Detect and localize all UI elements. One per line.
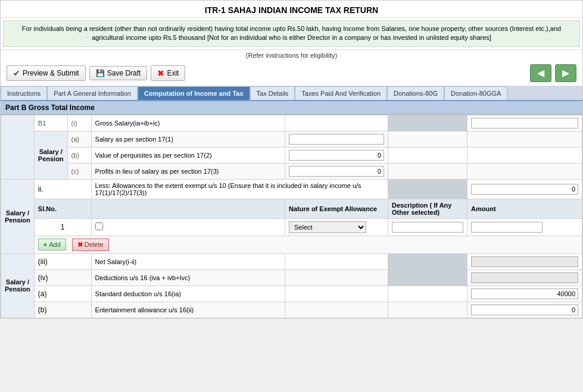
- input-perquisites[interactable]: [289, 150, 384, 161]
- cell-a-empty: [388, 131, 467, 147]
- exit-button[interactable]: ✖ Exit: [151, 65, 185, 81]
- tab-donations-80g[interactable]: Donations-80G: [387, 86, 444, 100]
- main-container: ITR-1 SAHAJ INDIAN INCOME TAX RETURN For…: [0, 0, 583, 319]
- cell-b1-shade: [388, 115, 467, 131]
- cell-c-input: [285, 163, 388, 179]
- cell-nature-header: Nature of Exempt Allowance: [285, 199, 388, 218]
- cell-a-desc: Salary as per section 17(1): [91, 131, 285, 147]
- tab-donation-80gga[interactable]: Donation-80GGA: [444, 86, 507, 100]
- cell-iv-desc: Deductions u/s 16 (iva + ivb+Ivc): [91, 269, 285, 286]
- cell-slno-header: Sl.No.: [34, 199, 91, 218]
- preview-submit-button[interactable]: ✔ Preview & Submit: [7, 65, 86, 81]
- cell-checkbox-1: [91, 218, 285, 236]
- toolbar: ✔ Preview & Submit 💾 Save Draft ✖ Exit ◀…: [1, 61, 582, 86]
- cell-salary-label-3: Salary /Pension: [1, 253, 35, 318]
- input-allowances-exempt[interactable]: [471, 184, 578, 195]
- cell-amount-input-1: [467, 218, 582, 236]
- cell-a2-empty: [285, 286, 388, 302]
- cell-a2-value: [467, 286, 582, 302]
- cell-b-empty2: [467, 147, 582, 163]
- page-title: ITR-1 SAHAJ INDIAN INCOME TAX RETURN: [1, 1, 582, 18]
- cell-b1-sub: (i): [67, 115, 91, 131]
- table-row-salary-a: Salary /Pension (a) Salary as per sectio…: [1, 131, 582, 147]
- cell-slno-1: 1: [34, 218, 91, 236]
- add-label: Add: [49, 241, 61, 248]
- preview-submit-label: Preview & Submit: [23, 69, 79, 77]
- cell-b-sub: (b): [67, 147, 91, 163]
- cell-iv-empty: [285, 269, 388, 286]
- allowance-amount-input-1[interactable]: [471, 222, 543, 233]
- save-draft-label: Save Draft: [107, 69, 141, 77]
- cell-iii-shade: [388, 253, 467, 269]
- cell-salary-label-2: Salary /Pension: [1, 179, 35, 253]
- cell-a2-desc: Standard deduction u/s 16(ia): [91, 286, 285, 302]
- tab-tax-details[interactable]: Tax Details: [250, 86, 295, 100]
- cell-iv-sub: (iv): [34, 269, 91, 286]
- tab-taxes-paid[interactable]: Taxes Paid And Verification: [295, 86, 387, 100]
- add-button[interactable]: + Add: [38, 239, 66, 250]
- input-profits-lieu[interactable]: [289, 166, 384, 177]
- cell-iii-desc: Net Salary(i-ii): [91, 253, 285, 269]
- cell-a-empty2: [467, 131, 582, 147]
- cell-b-input: [285, 147, 388, 163]
- table-row-ii: Salary /Pension ii. Less: Allowances to …: [1, 179, 582, 199]
- tab-computation[interactable]: Computation of Income and Tax: [138, 86, 250, 100]
- table-row-b1: B1 (i) Gross Salary(ia+ib+ic): [1, 115, 582, 131]
- table-row-salary-b: (b) Value of perquisites as per section …: [1, 147, 582, 163]
- input-entertainment-allowance[interactable]: [471, 305, 578, 315]
- table-row-allowance-header: Sl.No. Nature of Exempt Allowance Descri…: [1, 199, 582, 218]
- input-standard-deduction[interactable]: [471, 288, 578, 299]
- tab-part-a[interactable]: Part A General Information: [47, 86, 138, 100]
- forward-nav-button[interactable]: ▶: [555, 64, 576, 82]
- allowance-select-1[interactable]: Select: [289, 221, 366, 233]
- cell-b1-desc: Gross Salary(ia+ib+ic): [91, 115, 285, 131]
- cell-c-empty2: [467, 163, 582, 179]
- cell-checkbox-header: [91, 199, 285, 218]
- cell-iv-shade: [388, 269, 467, 286]
- cell-b2-sub: (b): [34, 302, 91, 318]
- cell-b-desc: Value of perquisites as per section 17(2…: [91, 147, 285, 163]
- cell-amount-header: Amount: [467, 199, 582, 218]
- cell-select-1: Select: [285, 218, 388, 236]
- cell-b1-mid: [285, 115, 388, 131]
- input-net-salary[interactable]: [471, 256, 578, 267]
- refer-text: (Refer instructions for eligibility): [246, 52, 337, 59]
- tab-instructions[interactable]: Instructions: [1, 86, 47, 100]
- cell-salary-label: Salary /Pension: [34, 131, 67, 179]
- cell-b2-desc: Entertainment allowance u/s 16(ii): [91, 302, 285, 318]
- cell-iii-sub: (iii): [34, 253, 91, 269]
- allowance-desc-input-1[interactable]: [392, 222, 463, 233]
- cell-iii-value: [467, 253, 582, 269]
- description-box: For individuals being a resident (other …: [3, 20, 580, 47]
- cell-b2-value: [467, 302, 582, 318]
- x-icon: ✖: [77, 241, 83, 249]
- input-salary-17-1[interactable]: [289, 134, 384, 145]
- cell-desc-input-1: [388, 218, 467, 236]
- cell-c-empty: [388, 163, 467, 179]
- table-row-iv: (iv) Deductions u/s 16 (iva + ivb+Ivc): [1, 269, 582, 286]
- save-draft-button[interactable]: 💾 Save Draft: [89, 66, 148, 80]
- cell-iv-value: [467, 269, 582, 286]
- input-deductions-16[interactable]: [471, 272, 578, 283]
- table-row-standard-deduction: (a) Standard deduction u/s 16(ia): [1, 286, 582, 302]
- toolbar-right: ◀ ▶: [530, 64, 576, 82]
- cell-a-sub: (a): [67, 131, 91, 147]
- plus-icon: +: [43, 241, 47, 248]
- cell-b-empty: [388, 147, 467, 163]
- table-row-entertainment: (b) Entertainment allowance u/s 16(ii): [1, 302, 582, 318]
- back-nav-button[interactable]: ◀: [530, 64, 551, 82]
- cell-b2-empty: [285, 302, 388, 318]
- cell-a2-empty2: [388, 286, 467, 302]
- allowance-checkbox-1[interactable]: [95, 222, 103, 230]
- input-b1[interactable]: [471, 118, 578, 128]
- form-table: B1 (i) Gross Salary(ia+ib+ic) Salary /Pe…: [1, 115, 582, 318]
- table-row-iii: Salary /Pension (iii) Net Salary(i-ii): [1, 253, 582, 269]
- title-text: ITR-1 SAHAJ INDIAN INCOME TAX RETURN: [205, 5, 378, 15]
- cell-b2-empty2: [388, 302, 467, 318]
- cell-a2-sub: (a): [34, 286, 91, 302]
- tabs-bar: Instructions Part A General Information …: [1, 86, 582, 101]
- delete-label: Delete: [85, 241, 104, 248]
- check-icon: ✔: [13, 68, 20, 78]
- cell-b1-label: [1, 115, 35, 179]
- delete-button[interactable]: ✖ Delete: [72, 239, 109, 251]
